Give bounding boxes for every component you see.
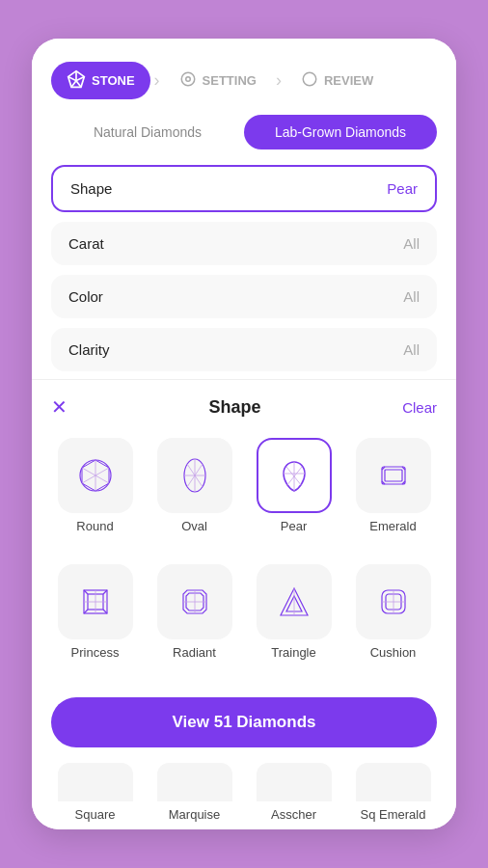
filter-color[interactable]: Color All bbox=[51, 275, 437, 318]
filter-carat-label: Carat bbox=[68, 235, 104, 252]
header: STONE › SETTING › REVIEW bbox=[32, 39, 456, 115]
shape-triangle-label: Traingle bbox=[271, 645, 315, 660]
shape-marquise-partial-box bbox=[157, 763, 232, 801]
step-setting-label: SETTING bbox=[203, 73, 257, 88]
shape-panel-header: ✕ Shape Clear bbox=[32, 380, 456, 430]
filters-section: Shape Pear Carat All Color All Clarity A… bbox=[32, 165, 456, 379]
shape-panel-title: Shape bbox=[209, 397, 261, 418]
shape-pear-box bbox=[257, 438, 332, 513]
shape-panel: ✕ Shape Clear Round bbox=[32, 379, 456, 829]
svg-line-3 bbox=[76, 81, 81, 88]
diamond-type-tabs: Natural Diamonds Lab-Grown Diamonds bbox=[32, 115, 456, 165]
shape-pear[interactable]: Pear bbox=[250, 438, 338, 553]
shape-emerald-box bbox=[356, 438, 431, 513]
filter-shape-label: Shape bbox=[70, 180, 112, 197]
step-stone[interactable]: STONE bbox=[51, 62, 150, 99]
filter-color-value: All bbox=[403, 288, 420, 305]
step-stone-label: STONE bbox=[92, 73, 135, 88]
review-icon bbox=[301, 70, 318, 91]
svg-rect-22 bbox=[385, 470, 402, 481]
step-review-label: REVIEW bbox=[324, 73, 373, 88]
filter-clarity[interactable]: Clarity All bbox=[51, 328, 437, 371]
shape-oval-box bbox=[157, 438, 232, 513]
filter-color-label: Color bbox=[68, 288, 103, 305]
shape-pear-label: Pear bbox=[281, 519, 307, 533]
steps-bar: STONE › SETTING › REVIEW bbox=[51, 62, 437, 99]
step-review[interactable]: REVIEW bbox=[285, 63, 389, 98]
shape-cushion-label: Cushion bbox=[370, 645, 417, 660]
shape-princess[interactable]: Princess bbox=[51, 564, 139, 679]
shape-triangle-box bbox=[257, 564, 332, 639]
shape-sq-emerald-partial-box bbox=[356, 763, 431, 801]
filter-clarity-label: Clarity bbox=[68, 341, 110, 358]
shape-radiant-box bbox=[157, 564, 232, 639]
shape-cushion-box bbox=[356, 564, 431, 639]
step-divider-2: › bbox=[276, 70, 282, 91]
close-icon[interactable]: ✕ bbox=[51, 395, 68, 419]
shape-asscher-label: Asscher bbox=[271, 807, 316, 822]
view-diamonds-button[interactable]: View 51 Diamonds bbox=[51, 697, 437, 747]
svg-point-6 bbox=[303, 72, 316, 86]
shape-square-partial-box bbox=[58, 763, 133, 801]
shape-radiant-label: Radiant bbox=[173, 645, 216, 660]
shape-princess-box bbox=[58, 564, 133, 639]
shape-sq-emerald-label: Sq Emerald bbox=[361, 807, 426, 822]
main-card: STONE › SETTING › REVIEW bbox=[32, 39, 456, 829]
shape-bottom-row: Square Marquise Asscher Sq Emerald bbox=[32, 763, 456, 829]
svg-point-4 bbox=[185, 77, 190, 82]
setting-icon bbox=[179, 70, 197, 91]
shape-marquise-partial[interactable]: Marquise bbox=[150, 763, 238, 822]
filter-clarity-value: All bbox=[403, 341, 420, 358]
tab-natural[interactable]: Natural Diamonds bbox=[51, 115, 244, 149]
shape-asscher-partial[interactable]: Asscher bbox=[250, 763, 338, 822]
step-setting[interactable]: SETTING bbox=[164, 63, 272, 98]
shape-sq-emerald-partial[interactable]: Sq Emerald bbox=[349, 763, 437, 822]
shape-grid: Round Oval bbox=[32, 430, 456, 690]
shape-princess-label: Princess bbox=[71, 645, 120, 660]
svg-point-5 bbox=[181, 72, 195, 86]
filter-carat-value: All bbox=[403, 235, 420, 252]
cta-area: View 51 Diamonds bbox=[32, 690, 456, 763]
step-divider-1: › bbox=[154, 70, 160, 91]
clear-button[interactable]: Clear bbox=[402, 399, 437, 416]
stone-icon bbox=[67, 69, 86, 92]
filter-shape[interactable]: Shape Pear bbox=[51, 165, 437, 212]
shape-marquise-label: Marquise bbox=[169, 807, 220, 822]
shape-oval[interactable]: Oval bbox=[150, 438, 238, 553]
svg-line-2 bbox=[71, 81, 76, 88]
shape-round-label: Round bbox=[76, 519, 113, 533]
shape-asscher-partial-box bbox=[257, 763, 332, 801]
shape-square-label: Square bbox=[75, 807, 116, 822]
shape-oval-label: Oval bbox=[181, 519, 207, 533]
shape-round-box bbox=[58, 438, 133, 513]
shape-triangle[interactable]: Traingle bbox=[250, 564, 338, 679]
shape-radiant[interactable]: Radiant bbox=[150, 564, 238, 679]
shape-emerald-label: Emerald bbox=[369, 519, 416, 533]
filter-shape-value: Pear bbox=[387, 180, 418, 197]
shape-round[interactable]: Round bbox=[51, 438, 139, 553]
tab-lab-grown[interactable]: Lab-Grown Diamonds bbox=[244, 115, 437, 149]
shape-cushion[interactable]: Cushion bbox=[349, 564, 437, 679]
shape-emerald[interactable]: Emerald bbox=[349, 438, 437, 553]
shape-square-partial[interactable]: Square bbox=[51, 763, 139, 822]
filter-carat[interactable]: Carat All bbox=[51, 222, 437, 265]
